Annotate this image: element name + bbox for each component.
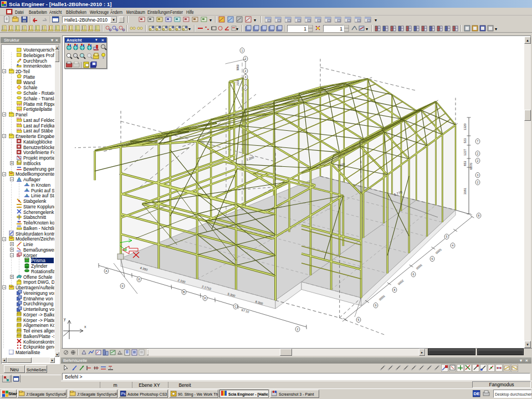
svg-text:9: 9 — [375, 304, 377, 307]
svg-text:6870: 6870 — [469, 163, 473, 170]
svg-text:8: 8 — [139, 278, 140, 281]
svg-text:4: 4 — [452, 244, 454, 247]
svg-text:7: 7 — [477, 140, 479, 143]
svg-text:523: 523 — [463, 139, 467, 144]
svg-text:1320: 1320 — [463, 124, 467, 130]
svg-text:653: 653 — [463, 161, 467, 166]
svg-text:y: y — [64, 317, 66, 321]
svg-text:2: 2 — [245, 57, 247, 60]
svg-text:1533: 1533 — [237, 80, 239, 86]
svg-text:3: 3 — [245, 75, 247, 79]
svg-text:C: C — [234, 305, 237, 308]
svg-text:2: 2 — [245, 69, 247, 73]
svg-text:3161: 3161 — [463, 188, 467, 195]
svg-text:0: 0 — [122, 284, 124, 288]
svg-text:Ps: Ps — [121, 392, 126, 396]
svg-text:67.10: 67.10 — [241, 308, 249, 314]
svg-text:2: 2 — [245, 86, 247, 89]
svg-text:x: x — [84, 325, 86, 329]
svg-text:6: 6 — [432, 257, 433, 260]
svg-text:3: 3 — [477, 173, 479, 177]
svg-text:8: 8 — [394, 288, 396, 291]
svg-text:1: 1 — [242, 49, 243, 52]
svg-text:5980: 5980 — [237, 64, 239, 70]
svg-text:2000: 2000 — [397, 279, 405, 285]
svg-text:5: 5 — [446, 235, 448, 238]
svg-text:5: 5 — [358, 318, 360, 321]
svg-text:2: 2 — [477, 181, 479, 184]
svg-text:2: 2 — [477, 159, 479, 162]
svg-text:5000: 5000 — [435, 248, 442, 254]
svg-text:2: 2 — [477, 152, 479, 155]
svg-text:DE: DE — [474, 391, 480, 396]
svg-text:8: 8 — [478, 214, 480, 217]
svg-text:5000: 5000 — [378, 294, 386, 301]
svg-text:5000: 5000 — [416, 263, 423, 270]
svg-text:6: 6 — [413, 273, 415, 276]
svg-text:1227: 1227 — [463, 149, 467, 156]
svg-text:2: 2 — [297, 328, 299, 331]
svg-text:8: 8 — [204, 296, 206, 300]
